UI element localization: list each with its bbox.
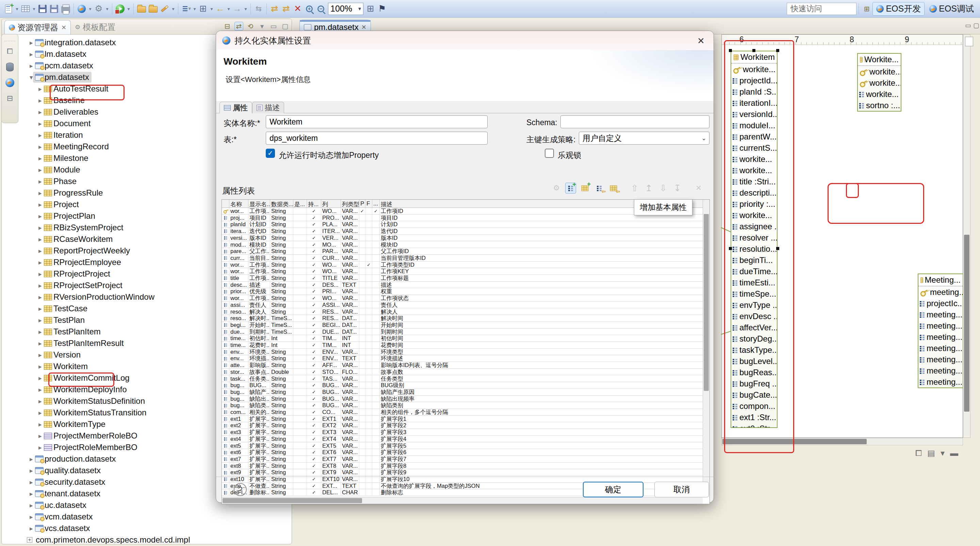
- table-row[interactable]: ext2扩展字...String✓EXT2VAR...扩展字段2: [222, 422, 703, 429]
- zoom-level-select[interactable]: 100% ▾: [328, 3, 363, 15]
- table-row[interactable]: itera...迭代IDString✓ITER...VAR...迭代ID: [222, 228, 703, 235]
- chevron-right-icon[interactable]: ▸: [38, 120, 42, 128]
- restore-view-icon[interactable]: ⧠: [5, 46, 15, 57]
- selection-handle[interactable]: [729, 49, 732, 52]
- run-icon[interactable]: [115, 4, 125, 14]
- chevron-right-icon[interactable]: ▸: [38, 85, 42, 93]
- chevron-right-icon[interactable]: ▸: [30, 513, 33, 521]
- selection-handle[interactable]: [752, 49, 756, 52]
- chevron-right-icon[interactable]: ▸: [38, 178, 42, 186]
- eos-service-icon[interactable]: [76, 4, 87, 14]
- next-annotation-icon[interactable]: ⇄: [281, 4, 291, 14]
- optimistic-lock-checkbox[interactable]: [545, 149, 554, 158]
- table-row[interactable]: title工作项...String✓TITLEVAR...工作项标题: [222, 275, 703, 282]
- entity-field[interactable]: bugFreq ...: [731, 378, 777, 389]
- view-menu-icon[interactable]: ▾: [258, 22, 266, 31]
- sort-icon[interactable]: [181, 4, 191, 14]
- move-down-icon[interactable]: ⇩: [658, 183, 669, 194]
- entity-box-workitem[interactable]: Workitemworkite...projectId...planId :S.…: [730, 51, 778, 428]
- chevron-right-icon[interactable]: ▸: [38, 444, 42, 451]
- entity-name-input[interactable]: Workitem: [266, 115, 488, 128]
- column-header[interactable]: 持...: [307, 200, 321, 208]
- chevron-right-icon[interactable]: ▸: [30, 50, 33, 58]
- show-console-icon[interactable]: ▤: [927, 448, 935, 458]
- chevron-right-icon[interactable]: ▸: [38, 374, 42, 382]
- entity-field[interactable]: workite...: [731, 63, 777, 75]
- restore-view-icon[interactable]: ⧠: [915, 448, 922, 458]
- table-row[interactable]: bug...BUG...String✓BUG...VAR...BUG级别: [222, 382, 703, 389]
- table-row[interactable]: reso...解决时...TimeS...✓RES...DAT...解决时间: [222, 315, 703, 322]
- table-row[interactable]: wor...工作项...String✓WO...VAR...✓工作项类型ID: [222, 262, 703, 268]
- chevron-right-icon[interactable]: ▸: [38, 282, 42, 289]
- build-icon[interactable]: ⚙: [94, 4, 104, 14]
- column-header[interactable]: 显示名...: [248, 200, 270, 208]
- delete-property-icon[interactable]: ✕: [693, 183, 704, 194]
- expand-icon[interactable]: +: [27, 537, 32, 543]
- chevron-right-icon[interactable]: ▸: [38, 154, 42, 162]
- save-all-icon[interactable]: [49, 4, 59, 14]
- ok-button[interactable]: 确定: [583, 482, 643, 497]
- minimize-icon[interactable]: ▭: [269, 22, 278, 31]
- table-row[interactable]: curr...当前目...String✓CUR...VAR...当前目管理版本I…: [222, 255, 703, 262]
- chevron-right-icon[interactable]: ▸: [38, 270, 42, 278]
- entity-field[interactable]: meeting...: [918, 376, 963, 387]
- entity-field[interactable]: meeting...: [918, 365, 963, 376]
- chevron-right-icon[interactable]: ▸: [30, 525, 33, 532]
- chevron-right-icon[interactable]: ▸: [30, 502, 33, 509]
- chevron-right-icon[interactable]: ▸: [38, 386, 42, 394]
- chevron-right-icon[interactable]: ▸: [30, 490, 33, 498]
- entity-field[interactable]: workite...: [858, 77, 901, 89]
- dropdown-arrow-icon[interactable]: ▾: [226, 4, 231, 14]
- link-with-editor-icon[interactable]: ⇄: [234, 22, 243, 31]
- schema-input[interactable]: [560, 115, 710, 128]
- entity-field[interactable]: resolver ...: [731, 232, 777, 243]
- entity-field[interactable]: meeting...: [918, 309, 963, 320]
- chevron-right-icon[interactable]: ▸: [38, 131, 42, 139]
- column-header[interactable]: 是...: [293, 200, 307, 208]
- entity-field[interactable]: meeting...: [918, 354, 963, 365]
- table-vertical-scrollbar[interactable]: [703, 200, 710, 497]
- chevron-right-icon[interactable]: ▸: [38, 224, 42, 232]
- chevron-down-icon[interactable]: ▾: [30, 73, 33, 81]
- move-bottom-icon[interactable]: ↧: [672, 183, 683, 194]
- dropdown-arrow-icon[interactable]: ▾: [126, 4, 131, 14]
- column-header[interactable]: ...: [372, 200, 380, 208]
- chevron-right-icon[interactable]: ▸: [38, 201, 42, 208]
- entity-field[interactable]: currentS...: [731, 142, 777, 154]
- chevron-right-icon[interactable]: ▸: [30, 455, 33, 463]
- table-row[interactable]: reso...解决人String✓RES...VAR...解决人: [222, 308, 703, 315]
- eos-sphere-icon[interactable]: [5, 77, 15, 88]
- entity-field[interactable]: meeting...: [918, 320, 963, 331]
- add-reference-property-icon[interactable]: ⇦: [594, 183, 605, 194]
- entity-field[interactable]: envType ...: [731, 299, 777, 311]
- chevron-right-icon[interactable]: ▸: [38, 397, 42, 405]
- chevron-right-icon[interactable]: ▸: [38, 166, 42, 174]
- chevron-right-icon[interactable]: ▸: [38, 351, 42, 359]
- save-icon[interactable]: [37, 4, 48, 14]
- entity-field[interactable]: title :Stri...: [731, 176, 777, 187]
- entity-field[interactable]: iterationI...: [731, 97, 777, 108]
- entity-field[interactable]: taskType...: [731, 344, 777, 356]
- chevron-right-icon[interactable]: ▸: [38, 328, 42, 336]
- dropdown-arrow-icon[interactable]: ▾: [31, 4, 37, 14]
- entity-field[interactable]: bugCate...: [731, 389, 777, 400]
- table-row[interactable]: ext1扩展字...String✓EXT1VAR...扩展字段1: [222, 416, 703, 422]
- chevron-right-icon[interactable]: ▸: [30, 478, 33, 486]
- chevron-right-icon[interactable]: ▸: [38, 363, 42, 370]
- entity-field[interactable]: descripti...: [731, 187, 777, 198]
- quick-access-input[interactable]: [787, 3, 856, 15]
- add-basic-property-icon[interactable]: +: [565, 183, 576, 194]
- tree-item-vcm-datasetx[interactable]: ▸vcm.datasetx: [2, 511, 292, 522]
- layout-grid-icon[interactable]: ⊞: [366, 4, 375, 14]
- entity-field[interactable]: dueTime...: [731, 266, 777, 277]
- move-top-icon[interactable]: ↥: [643, 183, 654, 194]
- table-row[interactable]: prior...优先级String✓PRI...VAR...权重: [222, 288, 703, 295]
- chevron-right-icon[interactable]: ▸: [38, 212, 42, 220]
- edit-pencil-icon[interactable]: [159, 4, 170, 14]
- palette-collapsed-box[interactable]: [965, 37, 973, 46]
- tree-item-com-primeton-devops-specs-model-cd-impl[interactable]: +com.primeton.devops.specs.model.cd.impl: [2, 534, 292, 544]
- table-row[interactable]: versi...版本IDString✓VER...VAR...版本ID: [222, 235, 703, 241]
- delete-icon[interactable]: ✕: [293, 4, 303, 14]
- entity-field[interactable]: planId :S...: [731, 86, 777, 97]
- chevron-right-icon[interactable]: ▸: [38, 432, 42, 440]
